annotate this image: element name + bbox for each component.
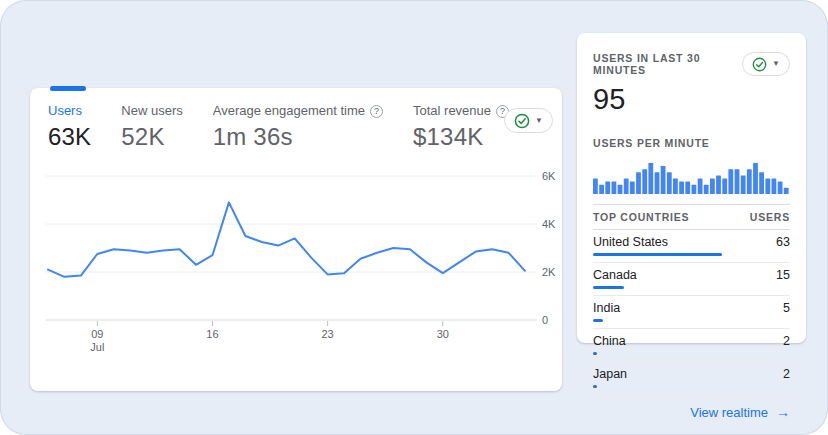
minute-bar xyxy=(692,185,697,194)
country-usage-bar xyxy=(593,286,624,289)
minute-bar xyxy=(679,182,684,194)
tab-users[interactable]: Users63K xyxy=(48,103,91,152)
country-users-value: 2 xyxy=(783,367,790,382)
view-realtime-label: View realtime xyxy=(690,405,768,420)
tab-value: 63K xyxy=(48,122,91,152)
minute-bar xyxy=(673,179,678,195)
minute-bar xyxy=(753,163,758,194)
x-tick-label: 30 xyxy=(437,328,449,340)
country-name: India xyxy=(593,301,620,316)
minute-bar xyxy=(741,175,746,194)
minute-bar xyxy=(667,172,672,194)
minute-bar xyxy=(661,166,666,194)
check-circle-icon xyxy=(514,113,530,129)
chevron-down-icon: ▼ xyxy=(772,60,780,68)
overview-card: Users63KNew users52KAverage engagement t… xyxy=(30,88,562,391)
users-per-minute-label: USERS PER MINUTE xyxy=(593,137,790,149)
country-usage-bar xyxy=(593,385,597,388)
help-icon[interactable]: ? xyxy=(370,105,383,118)
users-per-minute-chart xyxy=(593,161,790,195)
minute-bar xyxy=(716,175,721,194)
users-last-30min-label: USERS IN LAST 30 MINUTES xyxy=(593,52,742,76)
minute-bar xyxy=(784,188,789,194)
country-row: Canada15 xyxy=(593,263,790,296)
minute-bar xyxy=(778,182,783,194)
minute-bar xyxy=(747,169,752,194)
y-tick-label: 0 xyxy=(542,314,548,326)
minute-bar xyxy=(624,179,629,195)
country-users-value: 63 xyxy=(776,235,790,250)
minute-bar xyxy=(722,179,727,195)
minute-bar xyxy=(710,179,715,195)
minute-bar xyxy=(599,185,604,194)
country-row: China2 xyxy=(593,329,790,362)
users-line xyxy=(48,202,525,276)
tab-new-users[interactable]: New users52K xyxy=(121,103,182,152)
tab-label: Users xyxy=(48,103,91,119)
x-tick-label: 23 xyxy=(321,328,333,340)
country-name: Japan xyxy=(593,367,627,382)
realtime-card: USERS IN LAST 30 MINUTES ▼ 95 USERS PER … xyxy=(577,33,806,343)
y-tick-label: 6K xyxy=(542,170,556,182)
tab-total-revenue[interactable]: Total revenue?$134K xyxy=(413,103,509,152)
top-countries-table: TOP COUNTRIES USERS United States63Canad… xyxy=(593,204,790,395)
country-name: Canada xyxy=(593,268,637,283)
minute-bar xyxy=(765,179,770,195)
y-tick-label: 2K xyxy=(542,266,556,278)
x-tick-label: 16 xyxy=(206,328,218,340)
country-name: China xyxy=(593,334,626,349)
minute-bar xyxy=(772,179,777,195)
x-tick-sublabel: Jul xyxy=(90,341,104,353)
minute-bar xyxy=(593,179,598,195)
country-users-value: 5 xyxy=(783,301,790,316)
tab-value: $134K xyxy=(413,122,509,152)
check-circle-icon xyxy=(752,57,767,72)
minute-bar xyxy=(735,169,740,194)
minute-bar xyxy=(605,182,610,194)
minute-bar xyxy=(618,185,623,194)
users-column-label: USERS xyxy=(750,211,790,223)
minute-bar xyxy=(728,169,733,194)
country-row: India5 xyxy=(593,296,790,329)
selected-tab-indicator xyxy=(50,86,86,91)
minute-bar xyxy=(704,185,709,194)
country-usage-bar xyxy=(593,319,603,322)
chevron-down-icon: ▼ xyxy=(535,117,543,125)
tab-value: 52K xyxy=(121,122,182,152)
minute-bar xyxy=(636,172,641,194)
minute-bar xyxy=(642,169,647,194)
country-usage-bar xyxy=(593,253,722,256)
minute-bar xyxy=(630,182,635,194)
minute-bar xyxy=(612,182,617,194)
country-row: Japan2 xyxy=(593,362,790,395)
country-users-value: 2 xyxy=(783,334,790,349)
country-users-value: 15 xyxy=(776,268,790,283)
country-usage-bar xyxy=(593,352,597,355)
tab-label: Total revenue? xyxy=(413,103,509,119)
country-row: United States63 xyxy=(593,230,790,263)
tab-label: Average engagement time? xyxy=(213,103,383,119)
metric-tabs: Users63KNew users52KAverage engagement t… xyxy=(48,103,539,152)
realtime-quality-dropdown[interactable]: ▼ xyxy=(742,52,790,76)
country-name: United States xyxy=(593,235,668,250)
minute-bar xyxy=(759,172,764,194)
x-tick-label: 09 xyxy=(91,328,103,340)
arrow-right-icon: → xyxy=(776,404,790,420)
data-quality-dropdown[interactable]: ▼ xyxy=(504,108,553,133)
minute-bar xyxy=(685,182,690,194)
top-countries-column-label: TOP COUNTRIES xyxy=(593,211,689,223)
users-line-chart: 02K4K6K09Jul162330 xyxy=(30,154,562,359)
y-tick-label: 4K xyxy=(542,218,556,230)
users-last-30min-value: 95 xyxy=(593,83,790,115)
tab-average-engagement-time[interactable]: Average engagement time?1m 36s xyxy=(213,103,383,152)
tab-label: New users xyxy=(121,103,182,119)
top-countries-header: TOP COUNTRIES USERS xyxy=(593,204,790,230)
minute-bar xyxy=(648,163,653,194)
view-realtime-link[interactable]: View realtime→ xyxy=(593,404,790,420)
tab-value: 1m 36s xyxy=(213,122,383,152)
minute-bar xyxy=(655,172,660,194)
minute-bar xyxy=(698,179,703,195)
